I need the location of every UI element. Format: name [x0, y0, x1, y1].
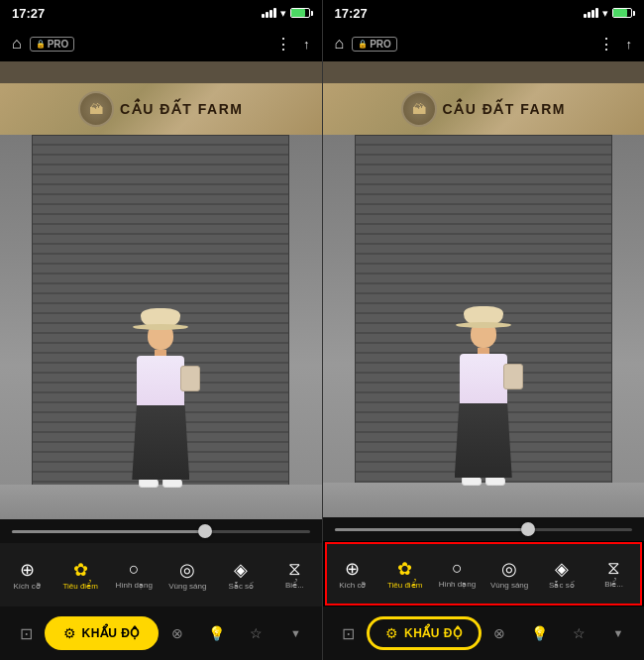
left-bottom-icon-1[interactable]: ⊗ [160, 615, 195, 651]
left-sign-logo: 🏔 [78, 91, 114, 127]
right-slider-thumb[interactable] [521, 522, 535, 536]
right-tool-kichco[interactable]: ⊕ Kích cỡ [327, 554, 379, 595]
right-share-icon[interactable]: ↑ [626, 37, 633, 52]
left-menu-icon[interactable]: ⋮ [275, 35, 291, 54]
right-khau-do-cam-icon: ⚙ [385, 625, 398, 641]
left-share-icon[interactable]: ↑ [303, 37, 310, 52]
right-menu-icon[interactable]: ⋮ [598, 35, 614, 54]
right-vungsang-icon: ◎ [501, 558, 517, 580]
right-bie-icon: ⧖ [607, 558, 620, 579]
left-fig-shirt [137, 356, 184, 405]
left-sign-text: CẦU ĐẤT FARM [120, 101, 243, 117]
left-time: 17:27 [12, 6, 45, 21]
right-bottom-bar: ⊡ ⚙ KHẨU ĐỘ ⊗ 💡 ☆ ▼ [323, 606, 645, 660]
left-figure [132, 308, 189, 488]
right-tieudiem-icon: ✿ [397, 558, 412, 580]
right-bie-label: Biể... [604, 581, 623, 590]
left-status-icons: ▾ [262, 7, 310, 20]
left-bottom-icon-4[interactable]: ▼ [278, 615, 314, 651]
left-tool-hinhdang[interactable]: ○ Hình dạng [107, 555, 161, 595]
left-home-icon[interactable]: ⌂ [12, 35, 22, 53]
left-khau-do-text: KHẨU ĐỘ [82, 626, 141, 640]
right-bottom-icon-3[interactable]: ☆ [561, 615, 596, 651]
right-hinhdang-label: Hình dạng [439, 581, 476, 590]
left-bottom-right-icons: ⊗ 💡 ☆ ▼ [160, 615, 314, 651]
right-battery-icon [612, 8, 632, 18]
left-tool-sacso[interactable]: ◈ Sắc số [214, 555, 268, 596]
left-hinhdang-label: Hình dạng [115, 582, 152, 591]
left-screen: 17:27 ▾ ⌂ 🔒 PRO [0, 0, 322, 660]
left-slider-thumb[interactable] [198, 524, 212, 538]
right-bottom-right-icons: ⊗ 💡 ☆ ▼ [482, 615, 636, 651]
left-tool-tieudiom[interactable]: ✿ Tiêu điểm [54, 555, 107, 596]
right-floor [323, 483, 645, 517]
left-fig-skirt [132, 405, 189, 480]
right-tools-row: ⊕ Kích cỡ ✿ Tiêu điểm ○ Hình dạng ◎ Vùng… [325, 542, 643, 605]
right-screen: 17:27 ▾ ⌂ 🔒 PRO [323, 0, 645, 660]
left-roof [0, 61, 322, 83]
left-sacso-icon: ◈ [234, 559, 248, 581]
right-tool-vungsang[interactable]: ◎ Vùng sáng [483, 554, 536, 595]
right-sacso-icon: ◈ [555, 558, 569, 580]
right-sign-text: CẦU ĐẤT FARM [443, 101, 566, 117]
left-vungsang-icon: ◎ [179, 559, 195, 581]
right-tool-tieudiem[interactable]: ✿ Tiêu điểm [378, 554, 431, 595]
right-bottom-icon-2[interactable]: 💡 [521, 615, 557, 651]
left-tool-vungsang[interactable]: ◎ Vùng sáng [161, 555, 214, 596]
left-bottom-icon-2[interactable]: 💡 [199, 615, 235, 651]
right-sign-logo: 🏔 [401, 91, 437, 127]
left-crop-icon[interactable]: ⊡ [8, 615, 44, 651]
right-slider-track[interactable] [335, 528, 633, 531]
left-fig-hat [141, 308, 180, 326]
left-bie-icon: ⧖ [288, 559, 301, 580]
left-photo-area: 🏔 CẦU ĐẤT FARM [0, 61, 322, 519]
right-figure [455, 306, 512, 486]
right-pro-badge[interactable]: 🔒 PRO [352, 37, 397, 52]
right-khau-do-text: KHẨU ĐỘ [404, 626, 463, 640]
left-bottom-icon-3[interactable]: ☆ [239, 615, 274, 651]
left-tool-kichco[interactable]: ⊕ Kích cỡ [0, 555, 54, 596]
left-kichco-icon: ⊕ [20, 559, 35, 581]
right-kichco-icon: ⊕ [345, 558, 360, 580]
left-khau-do-cam-icon: ⚙ [63, 625, 76, 641]
right-home-icon[interactable]: ⌂ [335, 35, 345, 53]
left-signal-icon [262, 8, 276, 18]
right-bottom-icon-1[interactable]: ⊗ [482, 615, 517, 651]
left-tool-bie[interactable]: ⧖ Biể... [268, 555, 321, 595]
left-slider-area[interactable] [0, 519, 322, 543]
right-tool-bie[interactable]: ⧖ Biể... [588, 554, 640, 594]
right-hinhdang-icon: ○ [452, 558, 463, 579]
right-lock-icon: 🔒 [358, 40, 368, 49]
right-sacso-label: Sắc số [549, 582, 575, 591]
right-kichco-label: Kích cỡ [339, 582, 366, 591]
right-sign: 🏔 CẦU ĐẤT FARM [323, 83, 645, 135]
right-bottom-icon-4[interactable]: ▼ [600, 615, 636, 651]
left-battery-icon [290, 8, 310, 18]
right-status-icons: ▾ [584, 7, 632, 20]
left-khau-do-button[interactable]: ⚙ KHẨU ĐỘ [45, 616, 160, 650]
left-bie-label: Biể... [285, 582, 304, 591]
left-status-bar: 17:27 ▾ [0, 0, 322, 26]
right-fig-skirt [455, 403, 512, 478]
right-crop-icon[interactable]: ⊡ [331, 615, 367, 651]
left-pro-badge[interactable]: 🔒 PRO [30, 37, 75, 52]
left-slider-track[interactable] [12, 530, 310, 533]
right-pro-label: PRO [370, 39, 391, 50]
right-khau-do-button[interactable]: ⚙ KHẨU ĐỘ [367, 616, 482, 650]
right-fig-shirt [460, 354, 507, 403]
right-tool-sacso[interactable]: ◈ Sắc số [536, 554, 589, 595]
left-wifi-icon: ▾ [280, 7, 286, 20]
left-sign: 🏔 CẦU ĐẤT FARM [0, 83, 322, 135]
left-pro-label: PRO [48, 39, 69, 50]
left-tieudiem-label: Tiêu điểm [62, 583, 97, 592]
right-photo-area: 🏔 CẦU ĐẤT FARM [323, 61, 645, 517]
right-topbar: ⌂ 🔒 PRO ⋮ ↑ [323, 26, 645, 61]
right-tieudiem-label: Tiêu điểm [387, 582, 422, 591]
left-hinhdang-icon: ○ [129, 559, 140, 580]
left-bottom-bar: ⊡ ⚙ KHẨU ĐỘ ⊗ 💡 ☆ ▼ [0, 606, 322, 660]
right-vungsang-label: Vùng sáng [490, 582, 528, 591]
left-kichco-label: Kích cỡ [13, 583, 40, 592]
right-tool-hinhdang[interactable]: ○ Hình dạng [431, 554, 483, 594]
right-fig-bag [503, 364, 523, 389]
right-slider-area[interactable] [323, 517, 645, 541]
